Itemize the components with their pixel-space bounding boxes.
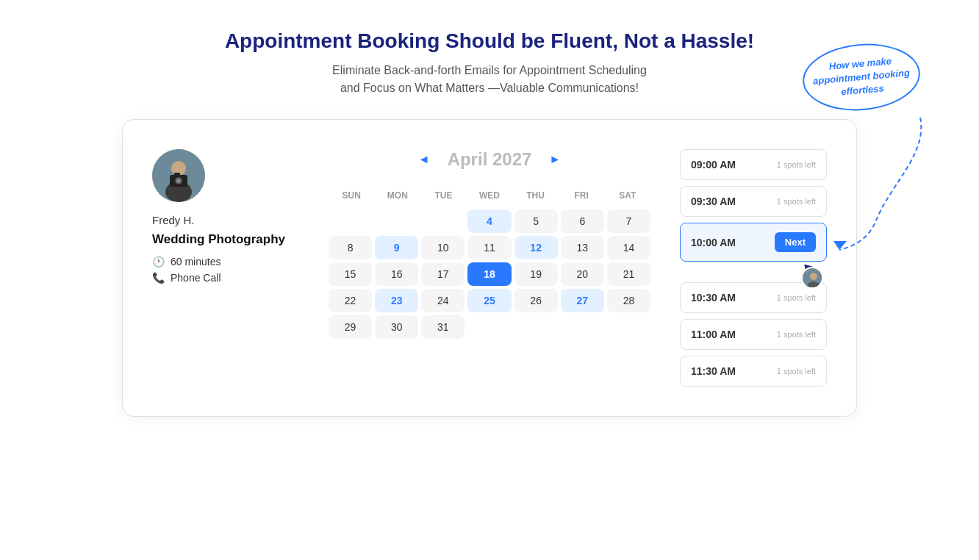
calendar-panel: ◄ April 2027 ► SUNMONTUEWEDTHUFRISAT 456… <box>329 149 650 387</box>
time-slot[interactable]: 11:00 AM1 spots left <box>680 319 827 350</box>
subtitle-line2: and Focus on What Matters —Valuable Comm… <box>340 82 639 94</box>
duration-detail: 🕐 60 minutes <box>152 256 299 268</box>
time-slots-panel: 09:00 AM1 spots left09:30 AM1 spots left… <box>680 149 827 387</box>
subtitle-line1: Eliminate Back-and-forth Emails for Appo… <box>332 64 647 76</box>
calendar-day-cell[interactable]: 10 <box>421 236 465 259</box>
time-label: 10:30 AM <box>691 292 736 304</box>
calendar-day-cell[interactable]: 5 <box>514 209 558 233</box>
duration-text: 60 minutes <box>171 256 220 268</box>
next-button[interactable]: Next <box>775 232 816 252</box>
spots-label: 1 spots left <box>777 330 816 339</box>
calendar-grid: SUNMONTUEWEDTHUFRISAT 456789101112131415… <box>329 187 650 339</box>
calendar-days-header: SUNMONTUEWEDTHUFRISAT <box>329 187 650 204</box>
calendar-day-cell[interactable]: 6 <box>561 209 604 233</box>
calendar-day-cell[interactable]: 12 <box>514 236 558 259</box>
calendar-month-year: April 2027 <box>448 149 532 170</box>
calendar-day-cell[interactable]: 25 <box>467 289 511 312</box>
calendar-day-cell[interactable]: 15 <box>329 262 372 286</box>
svg-rect-7 <box>174 173 180 176</box>
calendar-day-cell[interactable]: 11 <box>467 236 511 259</box>
calendar-day-cell[interactable]: 29 <box>329 315 372 339</box>
spots-label: 1 spots left <box>777 160 816 169</box>
calendar-day-name: TUE <box>420 187 467 204</box>
header: Appointment Booking Should be Fluent, No… <box>44 29 935 97</box>
calendar-day-cell[interactable]: 20 <box>561 262 604 286</box>
calendar-day-cell[interactable]: 27 <box>561 289 604 312</box>
calendar-day-cell[interactable]: 17 <box>421 262 465 286</box>
calendar-weeks: 4567891011121314151617181920212223242526… <box>329 209 650 339</box>
time-label: 09:00 AM <box>691 159 736 170</box>
calendar-day-cell <box>514 315 558 339</box>
calendar-day-cell <box>607 315 650 339</box>
calendar-day-cell <box>329 209 372 233</box>
time-slot[interactable]: 09:00 AM1 spots left <box>680 149 827 180</box>
calendar-day-cell[interactable]: 18 <box>467 262 511 286</box>
calendar-day-name: WED <box>467 187 513 204</box>
calendar-day-cell[interactable]: 26 <box>514 289 558 312</box>
header-subtitle: Eliminate Back-and-forth Emails for Appo… <box>44 62 935 97</box>
calendar-day-cell[interactable]: 21 <box>607 262 650 286</box>
time-label: 11:00 AM <box>691 329 736 340</box>
calendar-day-cell <box>421 209 465 233</box>
calendar-day-name: SUN <box>329 187 375 204</box>
calendar-day-cell[interactable]: 8 <box>329 236 372 259</box>
calendar-prev-button[interactable]: ◄ <box>412 150 436 169</box>
time-slot[interactable]: 10:00 AMNext <box>680 223 827 262</box>
contact-text: Phone Call <box>171 272 221 284</box>
calendar-day-name: THU <box>512 187 559 204</box>
calendar-day-cell <box>561 315 604 339</box>
calendar-day-cell[interactable]: 4 <box>467 209 511 233</box>
calendar-day-cell[interactable]: 23 <box>375 289 418 312</box>
svg-point-9 <box>810 273 817 280</box>
phone-icon: 📞 <box>152 272 165 284</box>
spots-label: 1 spots left <box>777 293 816 302</box>
page-title: Appointment Booking Should be Fluent, No… <box>44 29 935 53</box>
spots-label: 1 spots left <box>777 197 816 206</box>
calendar-day-name: SAT <box>604 187 650 204</box>
calendar-day-cell[interactable]: 14 <box>607 236 650 259</box>
cursor-avatar-mini <box>801 267 823 289</box>
active-time-slot-row: 10:00 AMNext <box>691 232 816 252</box>
time-label: 09:30 AM <box>691 195 736 207</box>
calendar-header: ◄ April 2027 ► <box>329 149 650 170</box>
avatar <box>152 149 205 202</box>
calendar-day-name: FRI <box>559 187 605 204</box>
calendar-day-cell[interactable]: 24 <box>421 289 465 312</box>
calendar-day-cell[interactable]: 16 <box>375 262 418 286</box>
calendar-day-cell[interactable]: 19 <box>514 262 558 286</box>
time-slot[interactable]: 09:30 AM1 spots left <box>680 186 827 217</box>
calendar-next-button[interactable]: ► <box>543 150 567 169</box>
calendar-day-cell[interactable]: 28 <box>607 289 650 312</box>
left-panel: Fredy H. Wedding Photography 🕐 60 minute… <box>152 149 299 387</box>
calendar-day-cell[interactable]: 30 <box>375 315 418 339</box>
calendar-day-cell <box>467 315 511 339</box>
calendar-day-cell <box>375 209 418 233</box>
annotation-text: How we make appointment booking effortle… <box>810 53 913 101</box>
calendar-day-cell[interactable]: 22 <box>329 289 372 312</box>
time-slot[interactable]: 11:30 AM1 spots left <box>680 356 827 387</box>
clock-icon: 🕐 <box>152 256 165 268</box>
calendar-day-cell[interactable]: 13 <box>561 236 604 259</box>
host-name: Fredy H. <box>152 214 299 226</box>
service-name: Wedding Photography <box>152 232 299 247</box>
time-label: 11:30 AM <box>691 365 736 377</box>
spots-label: 1 spots left <box>777 367 816 376</box>
calendar-day-cell[interactable]: 7 <box>607 209 650 233</box>
booking-card: Fredy H. Wedding Photography 🕐 60 minute… <box>122 119 857 417</box>
time-label: 10:00 AM <box>691 237 736 248</box>
svg-point-6 <box>176 179 181 183</box>
calendar-day-cell[interactable]: 9 <box>375 236 418 259</box>
contact-detail: 📞 Phone Call <box>152 272 299 284</box>
page-wrapper: Appointment Booking Should be Fluent, No… <box>0 0 979 560</box>
calendar-day-name: MON <box>375 187 421 204</box>
calendar-day-cell[interactable]: 31 <box>421 315 465 339</box>
time-slot[interactable]: 10:30 AM1 spots left <box>680 282 827 313</box>
